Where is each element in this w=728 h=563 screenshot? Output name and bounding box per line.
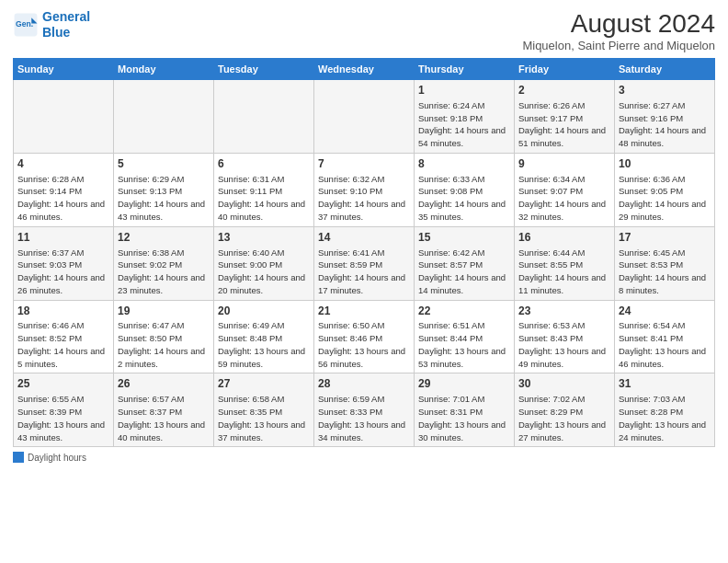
- col-friday: Friday: [515, 59, 615, 80]
- day-number: 26: [118, 376, 210, 392]
- day-number: 10: [619, 156, 711, 172]
- day-info: Sunrise: 6:47 AM Sunset: 8:50 PM Dayligh…: [118, 319, 210, 370]
- calendar-cell: 5Sunrise: 6:29 AM Sunset: 9:13 PM Daylig…: [114, 153, 214, 226]
- calendar-cell: 10Sunrise: 6:36 AM Sunset: 9:05 PM Dayli…: [615, 153, 715, 226]
- calendar-cell: 28Sunrise: 6:59 AM Sunset: 8:33 PM Dayli…: [314, 373, 415, 447]
- calendar-cell: 16Sunrise: 6:44 AM Sunset: 8:55 PM Dayli…: [515, 226, 615, 300]
- logo-line1: General: [42, 9, 90, 24]
- main-title: August 2024: [522, 9, 715, 39]
- day-number: 18: [17, 304, 109, 319]
- day-number: 22: [418, 304, 510, 319]
- day-info: Sunrise: 6:46 AM Sunset: 8:52 PM Dayligh…: [17, 319, 109, 370]
- day-number: 5: [118, 156, 210, 172]
- day-number: 1: [418, 83, 510, 98]
- day-info: Sunrise: 6:32 AM Sunset: 9:10 PM Dayligh…: [318, 173, 410, 224]
- day-info: Sunrise: 6:42 AM Sunset: 8:57 PM Dayligh…: [418, 247, 510, 297]
- day-info: Sunrise: 6:44 AM Sunset: 8:55 PM Dayligh…: [518, 247, 610, 297]
- day-number: 7: [318, 156, 410, 172]
- day-info: Sunrise: 6:24 AM Sunset: 9:18 PM Dayligh…: [418, 99, 510, 150]
- calendar-cell: 14Sunrise: 6:41 AM Sunset: 8:59 PM Dayli…: [314, 226, 415, 300]
- calendar-cell: 17Sunrise: 6:45 AM Sunset: 8:53 PM Dayli…: [615, 226, 715, 300]
- calendar-cell: 26Sunrise: 6:57 AM Sunset: 8:37 PM Dayli…: [114, 373, 214, 447]
- calendar-cell: 27Sunrise: 6:58 AM Sunset: 8:35 PM Dayli…: [214, 373, 314, 447]
- day-info: Sunrise: 6:41 AM Sunset: 8:59 PM Dayligh…: [318, 247, 410, 297]
- calendar-cell: 2Sunrise: 6:26 AM Sunset: 9:17 PM Daylig…: [515, 80, 615, 154]
- col-wednesday: Wednesday: [314, 59, 415, 80]
- logo-line2: Blue: [42, 25, 70, 40]
- calendar-week-row: 18Sunrise: 6:46 AM Sunset: 8:52 PM Dayli…: [14, 300, 715, 373]
- calendar-cell: 15Sunrise: 6:42 AM Sunset: 8:57 PM Dayli…: [415, 226, 515, 300]
- legend-box: [13, 452, 24, 463]
- day-number: 6: [218, 156, 310, 172]
- calendar-cell: 12Sunrise: 6:38 AM Sunset: 9:02 PM Dayli…: [114, 226, 214, 300]
- calendar-cell: [214, 80, 314, 154]
- title-block: August 2024 Miquelon, Saint Pierre and M…: [522, 9, 715, 52]
- calendar-cell: 4Sunrise: 6:28 AM Sunset: 9:14 PM Daylig…: [14, 153, 114, 226]
- day-number: 3: [619, 83, 711, 98]
- day-info: Sunrise: 6:29 AM Sunset: 9:13 PM Dayligh…: [118, 173, 210, 224]
- calendar-cell: 7Sunrise: 6:32 AM Sunset: 9:10 PM Daylig…: [314, 153, 415, 226]
- logo-text: General Blue: [42, 9, 90, 40]
- header: Gen. General Blue August 2024 Miquelon, …: [13, 9, 715, 52]
- day-number: 30: [518, 376, 610, 392]
- calendar-body: 1Sunrise: 6:24 AM Sunset: 9:18 PM Daylig…: [14, 80, 715, 447]
- day-info: Sunrise: 6:50 AM Sunset: 8:46 PM Dayligh…: [318, 319, 410, 370]
- day-info: Sunrise: 6:53 AM Sunset: 8:43 PM Dayligh…: [518, 319, 610, 370]
- day-number: 20: [218, 304, 310, 319]
- svg-text:Gen.: Gen.: [16, 18, 33, 28]
- calendar-header: Sunday Monday Tuesday Wednesday Thursday…: [14, 59, 715, 80]
- day-info: Sunrise: 6:34 AM Sunset: 9:07 PM Dayligh…: [518, 173, 610, 224]
- calendar-cell: 3Sunrise: 6:27 AM Sunset: 9:16 PM Daylig…: [615, 80, 715, 154]
- day-number: 31: [619, 376, 711, 392]
- day-number: 16: [518, 230, 610, 246]
- day-number: 13: [218, 230, 310, 246]
- legend-label: Daylight hours: [28, 453, 86, 463]
- day-number: 4: [17, 156, 109, 172]
- logo: Gen. General Blue: [13, 9, 90, 40]
- calendar-cell: [114, 80, 214, 154]
- col-tuesday: Tuesday: [214, 59, 314, 80]
- day-info: Sunrise: 6:36 AM Sunset: 9:05 PM Dayligh…: [619, 173, 711, 224]
- day-info: Sunrise: 6:31 AM Sunset: 9:11 PM Dayligh…: [218, 173, 310, 224]
- day-number: 27: [218, 376, 310, 392]
- day-info: Sunrise: 7:03 AM Sunset: 8:28 PM Dayligh…: [619, 393, 711, 443]
- calendar-cell: 19Sunrise: 6:47 AM Sunset: 8:50 PM Dayli…: [114, 300, 214, 373]
- day-info: Sunrise: 6:57 AM Sunset: 8:37 PM Dayligh…: [118, 393, 210, 443]
- day-number: 15: [418, 230, 510, 246]
- day-info: Sunrise: 6:54 AM Sunset: 8:41 PM Dayligh…: [619, 319, 711, 370]
- calendar-cell: 8Sunrise: 6:33 AM Sunset: 9:08 PM Daylig…: [415, 153, 515, 226]
- calendar-week-row: 4Sunrise: 6:28 AM Sunset: 9:14 PM Daylig…: [14, 153, 715, 226]
- calendar-cell: 11Sunrise: 6:37 AM Sunset: 9:03 PM Dayli…: [14, 226, 114, 300]
- day-info: Sunrise: 6:59 AM Sunset: 8:33 PM Dayligh…: [318, 393, 410, 443]
- day-info: Sunrise: 6:28 AM Sunset: 9:14 PM Dayligh…: [17, 173, 109, 224]
- legend-item: Daylight hours: [13, 452, 86, 463]
- header-row: Sunday Monday Tuesday Wednesday Thursday…: [14, 59, 715, 80]
- calendar-cell: [14, 80, 114, 154]
- day-info: Sunrise: 6:27 AM Sunset: 9:16 PM Dayligh…: [619, 99, 711, 150]
- logo-icon: Gen.: [13, 12, 39, 38]
- day-info: Sunrise: 6:49 AM Sunset: 8:48 PM Dayligh…: [218, 319, 310, 370]
- col-thursday: Thursday: [415, 59, 515, 80]
- day-info: Sunrise: 7:01 AM Sunset: 8:31 PM Dayligh…: [418, 393, 510, 443]
- page: Gen. General Blue August 2024 Miquelon, …: [0, 0, 728, 563]
- calendar-cell: 9Sunrise: 6:34 AM Sunset: 9:07 PM Daylig…: [515, 153, 615, 226]
- day-info: Sunrise: 7:02 AM Sunset: 8:29 PM Dayligh…: [518, 393, 610, 443]
- subtitle: Miquelon, Saint Pierre and Miquelon: [522, 39, 715, 52]
- day-number: 9: [518, 156, 610, 172]
- calendar-cell: 23Sunrise: 6:53 AM Sunset: 8:43 PM Dayli…: [515, 300, 615, 373]
- calendar-cell: 13Sunrise: 6:40 AM Sunset: 9:00 PM Dayli…: [214, 226, 314, 300]
- calendar-cell: 29Sunrise: 7:01 AM Sunset: 8:31 PM Dayli…: [415, 373, 515, 447]
- calendar-cell: 18Sunrise: 6:46 AM Sunset: 8:52 PM Dayli…: [14, 300, 114, 373]
- calendar-week-row: 25Sunrise: 6:55 AM Sunset: 8:39 PM Dayli…: [14, 373, 715, 447]
- calendar-table: Sunday Monday Tuesday Wednesday Thursday…: [13, 58, 715, 447]
- calendar-cell: 30Sunrise: 7:02 AM Sunset: 8:29 PM Dayli…: [515, 373, 615, 447]
- col-saturday: Saturday: [615, 59, 715, 80]
- legend-area: Daylight hours: [13, 452, 715, 465]
- day-info: Sunrise: 6:33 AM Sunset: 9:08 PM Dayligh…: [418, 173, 510, 224]
- calendar-cell: 25Sunrise: 6:55 AM Sunset: 8:39 PM Dayli…: [14, 373, 114, 447]
- day-info: Sunrise: 6:38 AM Sunset: 9:02 PM Dayligh…: [118, 247, 210, 297]
- day-info: Sunrise: 6:58 AM Sunset: 8:35 PM Dayligh…: [218, 393, 310, 443]
- day-number: 28: [318, 376, 410, 392]
- day-number: 19: [118, 304, 210, 319]
- day-number: 25: [17, 376, 109, 392]
